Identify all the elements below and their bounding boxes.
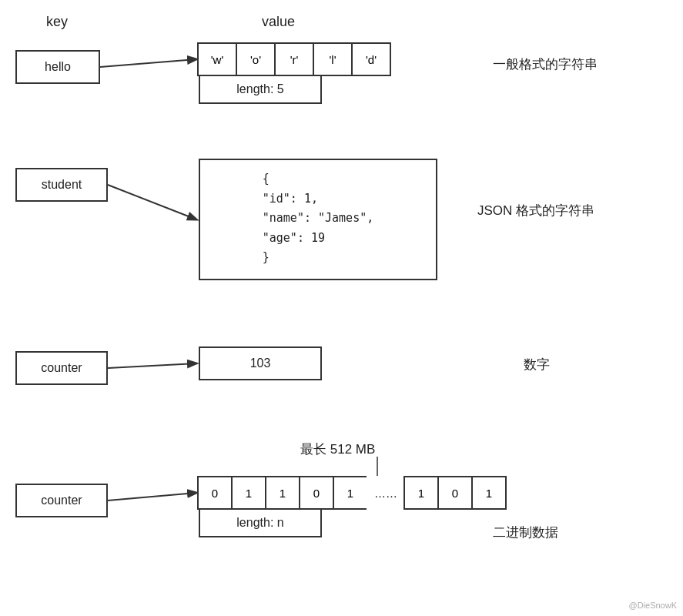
svg-line-2 [108,363,196,368]
description-4: 二进制数据 [493,524,558,541]
bin-dots: …… [367,476,405,510]
bin-cell-1a: 1 [231,476,266,510]
description-2: JSON 格式的字符串 [477,202,594,219]
json-box: { "id": 1, "name": "James", "age": 19 } [199,159,437,280]
json-line3: "name": "James", [263,209,374,229]
char-cell-l: 'l' [313,42,353,76]
bin-cell-0b: 0 [299,476,334,510]
bin-cell-1b: 1 [265,476,300,510]
student-key-text: student [42,178,82,192]
counter-key-text-1: counter [41,361,82,375]
length-box-2: length: n [199,508,322,537]
diagram-area: key value hello 'w' 'o' 'r' 'l' 'd' leng… [0,0,683,616]
svg-line-3 [108,493,196,500]
watermark: @DieSnowK [628,601,677,610]
json-content: { "id": 1, "name": "James", "age": 19 } [263,169,374,268]
json-line2: "id": 1, [263,189,374,209]
counter-key-box-2: counter [15,484,108,517]
description-3: 数字 [524,356,550,373]
counter-key-box-1: counter [15,351,108,385]
description-1: 一般格式的字符串 [493,55,598,73]
json-line4: "age": 19 [263,229,374,249]
binary-row: 0 1 1 0 1 …… 1 0 1 [199,476,507,510]
header-value-label: value [262,14,295,30]
char-cell-w: 'w' [197,42,237,76]
hello-key-text: hello [45,60,71,74]
bin-cell-1d: 1 [403,476,439,510]
chars-row: 'w' 'o' 'r' 'l' 'd' [199,42,391,76]
char-cell-o: 'o' [236,42,276,76]
hello-key-box: hello [15,50,100,84]
length-label-2: length: n [236,516,283,530]
json-line5: } [263,248,374,268]
length-box-1: length: 5 [199,75,322,104]
student-key-box: student [15,168,108,202]
svg-line-0 [100,59,196,67]
bin-cell-1e: 1 [471,476,507,510]
label-512mb: 最长 512 MB [300,440,375,458]
svg-line-1 [108,185,196,219]
number-value: 103 [250,357,271,370]
bin-cell-0a: 0 [197,476,233,510]
length-label-1: length: 5 [236,82,283,96]
bin-cell-1c: 1 [333,476,368,510]
arrows-svg [0,0,683,616]
char-cell-r: 'r' [274,42,314,76]
json-line1: { [263,169,374,189]
char-cell-d: 'd' [351,42,391,76]
counter-key-text-2: counter [41,494,82,507]
number-box: 103 [199,346,322,380]
bin-cell-0c: 0 [437,476,473,510]
header-key-label: key [46,14,68,30]
